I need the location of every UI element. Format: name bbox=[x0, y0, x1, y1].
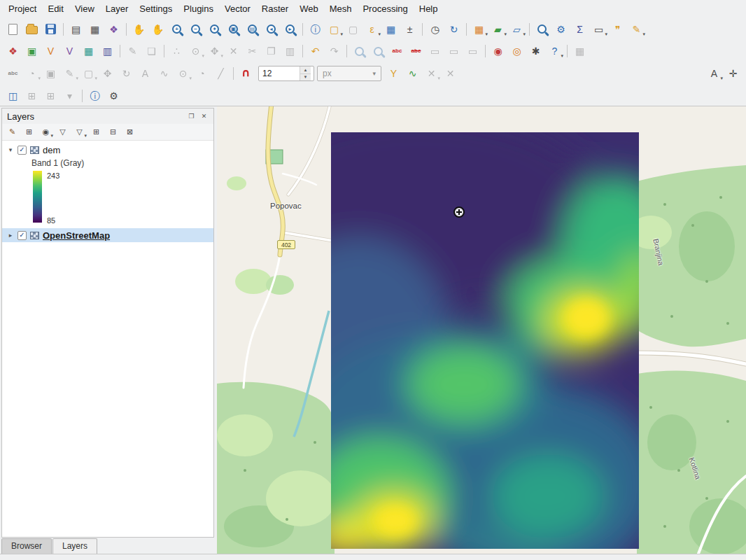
vertex-tool-icon[interactable]: ⊙ bbox=[186, 43, 205, 59]
remove-layer-icon[interactable]: ⊠ bbox=[122, 125, 138, 139]
layout-manager-icon[interactable]: ▦ bbox=[85, 21, 104, 38]
label-visibility-icon[interactable]: abc bbox=[407, 43, 425, 59]
layer-row-openstreetmap[interactable]: ▸ ✓ OpenStreetMap bbox=[2, 228, 213, 242]
diagram-tool-icon[interactable]: ◔ bbox=[192, 65, 211, 82]
layer-checkbox-dem[interactable]: ✓ bbox=[17, 146, 27, 155]
metasearch-icon[interactable]: ⓘ bbox=[85, 88, 104, 104]
new-virtual-layer-icon[interactable]: ▥ bbox=[98, 43, 117, 59]
mesh-select-icon[interactable]: ⊞ bbox=[41, 88, 60, 104]
float-panel-icon[interactable]: ❐ bbox=[187, 113, 196, 120]
zoom-in-icon[interactable]: + bbox=[167, 21, 186, 38]
enable-snapping-icon[interactable]: ∪ bbox=[237, 65, 255, 82]
show-unplaced-labels-icon[interactable]: abc bbox=[388, 43, 407, 59]
rotate-label-icon[interactable]: ↻ bbox=[117, 65, 136, 82]
new-geopackage-icon[interactable]: ▣ bbox=[22, 43, 41, 59]
new-mesh-layer-icon[interactable]: ▦ bbox=[79, 43, 98, 59]
text-annotation-icon[interactable]: A bbox=[705, 65, 724, 82]
snapping-intersection-icon[interactable]: ✕ bbox=[441, 65, 460, 82]
window-layout-icon[interactable]: ◫ bbox=[3, 88, 22, 104]
collapse-all-icon[interactable]: ⊟ bbox=[105, 125, 121, 139]
menu-view[interactable]: View bbox=[69, 1, 100, 16]
menu-web[interactable]: Web bbox=[294, 1, 324, 16]
zoom-to-layer-icon[interactable]: ▤ bbox=[243, 21, 262, 38]
manage-themes-icon[interactable]: ◉ bbox=[38, 125, 54, 139]
save-project-icon[interactable] bbox=[41, 21, 60, 38]
add-feature-icon[interactable]: ∴ bbox=[167, 43, 186, 59]
cut-features-icon[interactable]: ✂ bbox=[243, 43, 262, 59]
delete-selected-icon[interactable]: ✕ bbox=[224, 43, 243, 59]
menu-help[interactable]: Help bbox=[414, 1, 444, 16]
save-layer-edits-icon[interactable]: ❏ bbox=[142, 43, 161, 59]
options-wrench-icon[interactable]: ⚙ bbox=[104, 88, 123, 104]
curved-label-icon[interactable]: ∿ bbox=[155, 65, 174, 82]
undo-icon[interactable]: ↶ bbox=[306, 43, 325, 59]
add-raster-layer-icon[interactable]: ▦ bbox=[470, 21, 488, 38]
osm-search-icon[interactable]: ◎ bbox=[507, 43, 526, 59]
layer-name-dem[interactable]: dem bbox=[43, 145, 60, 155]
filter-expression-icon[interactable]: ▽ bbox=[71, 125, 87, 139]
help-contents-icon[interactable]: ? bbox=[545, 43, 564, 59]
menu-project[interactable]: Project bbox=[3, 1, 42, 16]
move-feature-icon[interactable]: ✥ bbox=[205, 43, 224, 59]
layer-labeling-options-icon[interactable]: abc bbox=[3, 65, 22, 82]
select-by-expression-icon[interactable]: ε bbox=[363, 21, 381, 38]
zoom-last-icon[interactable]: ◂ bbox=[262, 21, 281, 38]
tracing-icon[interactable]: ∿ bbox=[403, 65, 422, 82]
add-mesh-layer-icon[interactable]: ▱ bbox=[507, 21, 526, 38]
toggle-editing-icon[interactable]: ✎ bbox=[123, 43, 142, 59]
decoration-icon[interactable]: ▭ bbox=[444, 43, 463, 59]
expander-icon[interactable]: ▾ bbox=[7, 146, 14, 153]
layer-row-dem[interactable]: ▾ ✓ dem bbox=[2, 143, 213, 157]
open-attribute-table-icon[interactable]: ▦ bbox=[381, 21, 400, 38]
redo-icon[interactable]: ↷ bbox=[325, 43, 344, 59]
filter-legend-icon[interactable]: ▽ bbox=[55, 125, 71, 139]
measure-icon[interactable]: ▭ bbox=[589, 21, 608, 38]
preview-mode-icon[interactable]: ▭ bbox=[425, 43, 444, 59]
mesh-options-icon[interactable]: ▾ bbox=[60, 88, 79, 104]
deselect-features-icon[interactable]: ▢ bbox=[344, 21, 363, 38]
style-manager-icon[interactable]: ❖ bbox=[104, 21, 123, 38]
browser-tab[interactable]: Browser bbox=[1, 538, 52, 554]
new-3d-map-icon[interactable]: ◉ bbox=[488, 43, 507, 59]
data-source-manager-icon[interactable]: ❖ bbox=[3, 43, 22, 59]
menu-edit[interactable]: Edit bbox=[42, 1, 69, 16]
callout-tool-icon[interactable]: ╱ bbox=[211, 65, 230, 82]
zoom-full-icon[interactable]: ✦ bbox=[205, 21, 224, 38]
pan-map-icon[interactable]: ✋ bbox=[129, 21, 148, 38]
expand-all-icon[interactable]: ⊞ bbox=[88, 125, 104, 139]
zoom-out-icon[interactable]: − bbox=[186, 21, 205, 38]
map-canvas[interactable]: Popovac 402 Branjina Kotlina bbox=[217, 106, 746, 554]
plugin-bug-icon[interactable]: ✱ bbox=[526, 43, 545, 59]
add-vector-layer-icon[interactable]: ▰ bbox=[488, 21, 507, 38]
copy-print-icon[interactable]: ▭ bbox=[463, 43, 482, 59]
copy-features-icon[interactable]: ❐ bbox=[262, 43, 281, 59]
new-print-layout-icon[interactable]: ▤ bbox=[66, 21, 85, 38]
identify-features-icon[interactable]: ⓘ bbox=[306, 21, 325, 38]
map-tips-icon[interactable]: ❞ bbox=[608, 21, 627, 38]
field-calculator-icon[interactable]: ± bbox=[400, 21, 419, 38]
change-label-icon[interactable]: A bbox=[136, 65, 155, 82]
highlight-pinned-labels-icon[interactable]: ▣ bbox=[41, 65, 60, 82]
zoom-next-icon[interactable]: ▸ bbox=[281, 21, 300, 38]
refresh-map-icon[interactable]: ↻ bbox=[444, 21, 463, 38]
layer-diagram-options-icon[interactable]: ◔ bbox=[22, 65, 41, 82]
snapping-units-combo[interactable]: px bbox=[317, 66, 381, 81]
snapping-tolerance-spinbox[interactable]: ▲▼ bbox=[258, 66, 314, 81]
clear-alignment-icon[interactable]: ✕ bbox=[422, 65, 441, 82]
menu-mesh[interactable]: Mesh bbox=[324, 1, 358, 16]
styling-panel-icon[interactable]: ✎ bbox=[4, 125, 20, 139]
topological-editing-icon[interactable]: Y bbox=[384, 65, 403, 82]
pin-labels-icon[interactable]: ✎ bbox=[60, 65, 79, 82]
show-hide-labels-icon[interactable]: ▢ bbox=[79, 65, 98, 82]
add-group-icon[interactable]: ⊞ bbox=[21, 125, 37, 139]
processing-toolbox-icon[interactable]: ⚙ bbox=[551, 21, 570, 38]
new-project-icon[interactable] bbox=[3, 21, 22, 38]
layer-checkbox-osm[interactable]: ✓ bbox=[17, 231, 27, 240]
new-spatialite-layer-icon[interactable]: V bbox=[60, 43, 79, 59]
spinbox-steppers[interactable]: ▲▼ bbox=[300, 66, 311, 80]
search-icon[interactable] bbox=[533, 21, 551, 38]
pan-to-selection-icon[interactable]: ✋ bbox=[148, 21, 167, 38]
layers-tab[interactable]: Layers bbox=[52, 538, 97, 554]
panel-grid-icon[interactable]: ▦ bbox=[570, 43, 589, 59]
close-panel-icon[interactable]: ✕ bbox=[199, 113, 209, 120]
